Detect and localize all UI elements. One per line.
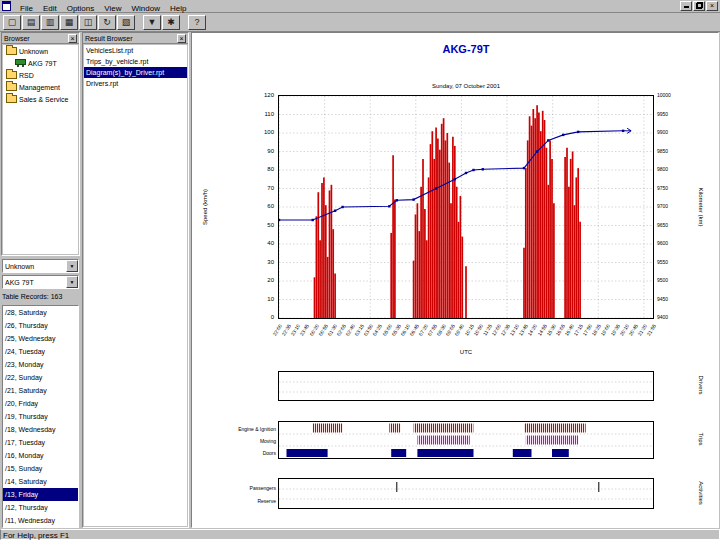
date-row[interactable]: /13, Friday xyxy=(3,488,78,501)
browser-panel: Browser × UnknownAKG 79TRSDManagementSal… xyxy=(1,32,80,256)
date-row[interactable]: /11, Wednesday xyxy=(3,514,78,527)
date-row[interactable]: /19, Thursday xyxy=(3,410,78,423)
result-browser-panel: Result Browser × VehiclesList.rptTrips_b… xyxy=(82,32,189,528)
filter-button[interactable]: ▼ xyxy=(143,15,161,30)
report-item-diagram-s-by-driver-rpt[interactable]: Diagram(s)_by_Driver.rpt xyxy=(84,67,187,78)
km-tick-label: 9400 xyxy=(657,314,668,320)
save-report-button[interactable]: ▥ xyxy=(41,15,59,30)
status-bar: For Help, press F1 xyxy=(0,529,720,540)
trips-row-label: Moving xyxy=(214,435,276,447)
date-row[interactable]: /25, Wednesday xyxy=(3,332,78,345)
date-row[interactable]: /24, Tuesday xyxy=(3,345,78,358)
print-preview-icon: ◫ xyxy=(84,17,93,27)
print-icon: ▦ xyxy=(65,17,74,27)
km-tick-label: 9650 xyxy=(657,222,668,228)
km-axis-label: Kilometer (km) xyxy=(698,187,704,226)
folder-icon xyxy=(6,71,17,79)
close-icon: × xyxy=(710,2,714,9)
km-tick-label: 9550 xyxy=(657,259,668,265)
km-tick-label: 9900 xyxy=(657,129,668,135)
refresh-button[interactable]: ↻ xyxy=(98,15,116,30)
time-axis-ticks: 22:0022:3523:1023:4500:2000:5501:3002:05… xyxy=(278,321,654,349)
chevron-down-icon[interactable]: ▼ xyxy=(66,276,78,288)
date-row[interactable]: /12, Thursday xyxy=(3,501,78,514)
date-row[interactable]: /14, Saturday xyxy=(3,475,78,488)
tree-item-management[interactable]: Management xyxy=(3,81,78,93)
result-panel-title: Result Browser xyxy=(85,35,132,42)
vehicle-tree: UnknownAKG 79TRSDManagementSales & Servi… xyxy=(3,45,78,254)
date-row[interactable]: /15, Sunday xyxy=(3,462,78,475)
toolbar-separator xyxy=(181,15,187,30)
chart-view-button[interactable]: ▧ xyxy=(117,15,135,30)
new-report-button[interactable]: ▢ xyxy=(3,15,21,30)
tree-item-unknown[interactable]: Unknown xyxy=(3,45,78,57)
speed-axis-ticks: 0102030405060708090100110120 xyxy=(248,95,276,319)
open-report-button[interactable]: ▤ xyxy=(22,15,40,30)
help-button[interactable]: ? xyxy=(188,15,206,30)
panel-close-icon[interactable]: × xyxy=(177,34,186,43)
date-row[interactable]: /18, Wednesday xyxy=(3,423,78,436)
report-page: AKG-79T Sunday, 07 October 2001 Speed (k… xyxy=(191,32,719,528)
settings-button[interactable]: ✱ xyxy=(162,15,180,30)
vehicle-combo[interactable]: AKG 79T ▼ xyxy=(2,275,79,289)
print-button[interactable]: ▦ xyxy=(60,15,78,30)
report-item-vehicleslist-rpt[interactable]: VehiclesList.rpt xyxy=(84,45,187,56)
report-item-trips-by-vehicle-rpt[interactable]: Trips_by_vehicle.rpt xyxy=(84,56,187,67)
save-report-icon: ▥ xyxy=(46,17,55,27)
report-list: VehiclesList.rptTrips_by_vehicle.rptDiag… xyxy=(84,45,187,526)
km-tick-label: 9700 xyxy=(657,203,668,209)
trips-row-labels: Engine & IgnitionMovingDoors xyxy=(214,423,276,459)
records-count-label: Table Records: 163 xyxy=(2,291,79,303)
date-row[interactable]: /20, Friday xyxy=(3,397,78,410)
tree-item-sales-service[interactable]: Sales & Service xyxy=(3,93,78,105)
tree-item-label: Management xyxy=(19,84,60,91)
activities-band-label: Activities xyxy=(698,481,704,505)
date-row[interactable]: /23, Monday xyxy=(3,358,78,371)
folder-icon xyxy=(6,95,17,103)
print-preview-button[interactable]: ◫ xyxy=(79,15,97,30)
chevron-down-icon[interactable]: ▼ xyxy=(66,260,78,272)
new-report-icon: ▢ xyxy=(8,17,17,27)
tree-item-label: RSD xyxy=(19,72,34,79)
panel-close-icon[interactable]: × xyxy=(68,34,77,43)
km-tick-label: 9600 xyxy=(657,240,668,246)
km-tick-label: 9450 xyxy=(657,296,668,302)
tree-item-rsd[interactable]: RSD xyxy=(3,69,78,81)
open-report-icon: ▤ xyxy=(27,17,36,27)
close-button[interactable]: × xyxy=(706,1,718,11)
status-message: For Help, press F1 xyxy=(3,531,69,540)
drivers-band-label: Drivers xyxy=(698,376,704,395)
restore-button[interactable] xyxy=(693,1,705,11)
help-icon: ? xyxy=(194,17,199,27)
drivers-band xyxy=(278,371,654,401)
tree-item-akg-79t[interactable]: AKG 79T xyxy=(3,57,78,69)
speed-axis-label: Speed (km/h) xyxy=(202,189,208,225)
vehicle-combo-value: AKG 79T xyxy=(3,279,66,286)
speed-tick-label: 100 xyxy=(264,129,274,135)
refresh-icon: ↻ xyxy=(103,17,111,27)
speed-tick-label: 50 xyxy=(267,222,274,228)
folder-icon xyxy=(6,47,17,55)
tree-item-label: AKG 79T xyxy=(28,60,57,67)
restore-icon xyxy=(696,2,703,9)
trips-band-label: Trips xyxy=(698,432,704,445)
date-row[interactable]: /16, Monday xyxy=(3,449,78,462)
filter-panel: Unknown ▼ AKG 79T ▼ Table Records: 163 /… xyxy=(1,257,80,528)
date-row[interactable]: /17, Tuesday xyxy=(3,436,78,449)
minimize-button[interactable] xyxy=(680,1,692,11)
result-panel-caption: Result Browser × xyxy=(83,33,188,44)
date-row[interactable]: /28, Saturday xyxy=(3,306,78,319)
report-item-drivers-rpt[interactable]: Drivers.rpt xyxy=(84,78,187,89)
km-tick-label: 9750 xyxy=(657,185,668,191)
date-row[interactable]: /26, Thursday xyxy=(3,319,78,332)
group-combo[interactable]: Unknown ▼ xyxy=(2,259,79,273)
chart-view-icon: ▧ xyxy=(122,17,131,27)
document-icon[interactable] xyxy=(2,1,11,11)
date-row[interactable]: /22, Sunday xyxy=(3,371,78,384)
trips-row-label: Engine & Ignition xyxy=(214,423,276,435)
trips-band xyxy=(278,421,654,459)
time-axis-label: UTC xyxy=(278,349,654,355)
speed-tick-label: 30 xyxy=(267,259,274,265)
tree-item-label: Sales & Service xyxy=(19,96,68,103)
date-row[interactable]: /21, Saturday xyxy=(3,384,78,397)
